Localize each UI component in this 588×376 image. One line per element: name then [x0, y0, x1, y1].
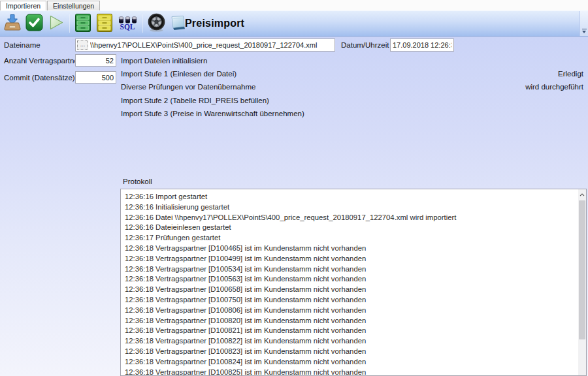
start-import-button[interactable] [45, 12, 66, 35]
toolbar: SQL [0, 10, 588, 37]
scroll-up-arrow[interactable] [578, 189, 586, 200]
tab-importieren[interactable]: Importieren [0, 1, 46, 10]
log-line: 12:36:18 Vertragspartner [D100806] ist i… [125, 306, 578, 316]
preisimport-window: Importieren Einstellungen [0, 0, 588, 376]
datum-field-wrap [390, 39, 454, 52]
log-line: 12:36:17 Prüfungen gestartet [125, 233, 578, 243]
step-row-stufe1: Import Stufe 1 (Einlesen der Datei) Erle… [121, 70, 583, 78]
step-label: Diverse Prüfungen vor Datenübernahme [121, 83, 255, 91]
overflow-grip-icon [582, 29, 587, 29]
log-line: 12:36:18 Vertragspartner [D100563] ist i… [125, 274, 578, 285]
log-line: 12:36:18 Vertragspartner [D100824] ist i… [125, 357, 578, 368]
datum-input[interactable] [391, 39, 453, 51]
play-icon [47, 14, 65, 33]
tire-wheel-icon [147, 13, 166, 34]
anzahl-label: Anzahl Vertragspartner [4, 57, 81, 65]
archive-yellow-button[interactable] [94, 12, 115, 35]
log-line: 12:36:18 Vertragspartner [D100534] ist i… [125, 264, 578, 275]
commit-input[interactable] [76, 72, 116, 83]
log-line: 12:36:16 Dateieinlesen gestartet [125, 223, 578, 233]
tyre-button[interactable] [146, 12, 167, 35]
log-line: 12:36:18 Vertragspartner [D100825] ist i… [125, 368, 578, 376]
anzahl-input[interactable] [76, 55, 116, 66]
log-line: 12:36:16 Import gestartet [125, 192, 578, 202]
step-status: wird durchgeführt [525, 83, 583, 91]
toolbar-separator [142, 14, 143, 33]
step-label: Import Stufe 3 (Preise in Warenwirtschaf… [121, 110, 304, 118]
inbox-import-icon [3, 14, 22, 34]
step-label: Import Stufe 1 (Einlesen der Datei) [121, 70, 237, 78]
toolbar-overflow-button[interactable] [580, 11, 588, 36]
yellow-cabinet-icon [97, 14, 112, 34]
sql-database-icon: SQL [118, 16, 137, 31]
step-label: Import Stufe 2 (Tabelle RDI_PREIS befüll… [121, 97, 269, 104]
import-file-button[interactable] [2, 12, 23, 35]
log-lines: 12:36:16 Import gestartet12:36:16 Initia… [121, 192, 578, 376]
validate-button[interactable] [24, 12, 44, 35]
log-line: 12:36:18 Vertragspartner [D100820] ist i… [125, 316, 578, 326]
sql-label: SQL [120, 24, 135, 31]
commit-label: Commit (Datensätze) [4, 74, 75, 82]
log-line: 12:36:16 Datei \\hpenvy17\POLLEX\PointS\… [125, 213, 578, 223]
step-row-pruefungen: Diverse Prüfungen vor Datenübernahme wir… [121, 83, 583, 91]
protokoll-label: Protokoll [123, 178, 152, 185]
protocol-log[interactable]: 12:36:16 Import gestartet12:36:16 Initia… [120, 189, 587, 376]
tab-bar: Importieren Einstellungen [0, 0, 588, 10]
step-status: Erledigt [558, 70, 583, 78]
archive-green-button[interactable] [73, 12, 93, 35]
dateiname-label: Dateiname [4, 41, 41, 49]
anzahl-field-wrap [75, 54, 116, 67]
browse-button[interactable]: ... [77, 40, 88, 50]
page-title: Preisimport [185, 11, 244, 36]
green-check-icon [25, 14, 43, 33]
log-line: 12:36:18 Vertragspartner [D100465] ist i… [125, 243, 578, 254]
scrollbar-thumb[interactable] [579, 200, 585, 339]
dateiname-input[interactable] [88, 39, 335, 51]
log-line: 12:36:18 Vertragspartner [D100658] ist i… [125, 285, 578, 295]
log-line: 12:36:18 Vertragspartner [D100821] ist i… [125, 326, 578, 336]
log-line: 12:36:18 Vertragspartner [D100750] ist i… [125, 295, 578, 306]
step-row-stufe3: Import Stufe 3 (Preise in Warenwirtschaf… [121, 110, 583, 118]
green-cabinet-icon [75, 14, 91, 34]
main-content: Dateiname ... Datum/Uhrzeit Anzahl Vertr… [0, 37, 588, 376]
chevron-up-icon [580, 193, 585, 196]
commit-field-wrap [75, 71, 116, 84]
datum-label: Datum/Uhrzeit [341, 41, 389, 49]
chevron-down-icon [582, 31, 586, 33]
log-line: 12:36:18 Vertragspartner [D100823] ist i… [125, 347, 578, 357]
log-line: 12:36:18 Vertragspartner [D100822] ist i… [125, 336, 578, 347]
protocol-scrollbar[interactable] [578, 189, 586, 375]
dateiname-field-wrap: ... [75, 39, 335, 52]
log-line: 12:36:18 Vertragspartner [D100499] ist i… [125, 254, 578, 264]
step-row-initialize: Import Dateien initialisiern [121, 57, 583, 65]
log-line: 12:36:16 Initialisierung gestartet [125, 202, 578, 213]
step-row-stufe2: Import Stufe 2 (Tabelle RDI_PREIS befüll… [121, 97, 583, 104]
toolbar-separator [69, 14, 70, 33]
step-label: Import Dateien initialisiern [121, 57, 207, 65]
notepad-icon [169, 14, 187, 33]
tab-einstellungen[interactable]: Einstellungen [47, 1, 100, 10]
sql-button[interactable]: SQL [116, 12, 139, 35]
